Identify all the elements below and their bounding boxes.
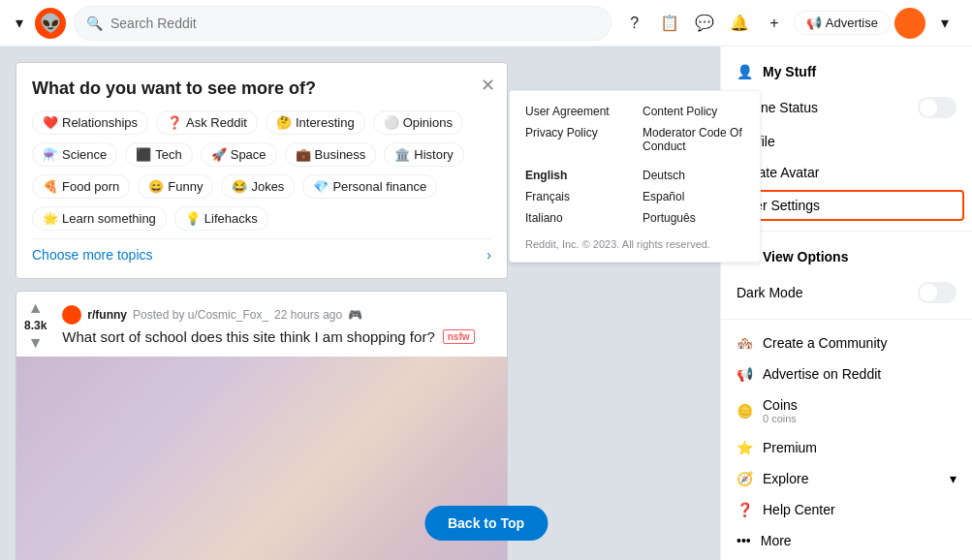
chat-icon-button[interactable]: 💬 — [689, 8, 720, 39]
footer-link-moderator-code[interactable]: Moderator Code Of Conduct — [643, 124, 744, 155]
footer-link-user-agreement[interactable]: User Agreement — [525, 103, 627, 120]
feed-icon-button[interactable]: 📋 — [654, 8, 685, 39]
science-icon: ⚗️ — [43, 147, 58, 162]
collapse-button[interactable]: ▾ — [12, 10, 27, 36]
reddit-icon: 👽 — [35, 8, 66, 39]
help-center-item[interactable]: ❓ Help Center — [721, 494, 972, 525]
nsfw-badge: nsfw — [443, 329, 475, 344]
post-title-area: What sort of school does this site think… — [54, 328, 499, 353]
topic-science[interactable]: ⚗️ Science — [32, 142, 117, 167]
topic-business[interactable]: 💼 Business — [285, 142, 377, 167]
vote-count: 8.3k — [24, 319, 47, 332]
topic-tech[interactable]: ⬛ Tech — [125, 142, 192, 167]
subreddit-name[interactable]: r/funny — [87, 308, 127, 322]
topic-space[interactable]: 🚀 Space — [201, 142, 277, 167]
upvote-button[interactable]: ▲ — [28, 299, 44, 317]
help-icon: ? — [630, 15, 639, 32]
heart-icon: ❤️ — [43, 115, 58, 130]
tech-icon: ⬛ — [136, 147, 151, 162]
notification-icon: 🔔 — [730, 14, 749, 32]
add-icon: + — [769, 15, 778, 32]
topic-relationships[interactable]: ❤️ Relationships — [32, 110, 148, 135]
topic-history[interactable]: 🏛️ History — [384, 142, 463, 167]
topics-grid: ❤️ Relationships ❓ Ask Reddit 🤔 Interest… — [32, 110, 491, 231]
footer-copyright: Reddit, Inc. © 2023. All rights reserved… — [525, 238, 744, 250]
topics-title: What do you want to see more of? — [32, 78, 491, 99]
toggle-knob — [920, 99, 937, 116]
more-icon: ••• — [737, 533, 751, 548]
business-icon: 💼 — [296, 147, 311, 162]
post-title: What sort of school does this site think… — [62, 328, 434, 345]
footer-languages: English Deutsch Français Español Italian… — [525, 167, 744, 227]
topic-jokes[interactable]: 😂 Jokes — [221, 174, 295, 199]
main-content: ✕ What do you want to see more of? ❤️ Re… — [0, 47, 972, 560]
search-bar[interactable]: 🔍 — [74, 6, 611, 41]
premium-icon: ⭐ — [737, 440, 753, 455]
back-to-top-button[interactable]: Back to Top — [424, 506, 548, 541]
post-content: r/funny Posted by u/Cosmic_Fox_ 22 hours… — [54, 297, 499, 353]
advertise-icon: 📢 — [737, 366, 753, 382]
topics-card: ✕ What do you want to see more of? ❤️ Re… — [16, 62, 508, 279]
dark-mode-item[interactable]: Dark Mode — [721, 274, 972, 311]
topic-learn-something[interactable]: 🌟 Learn something — [32, 206, 167, 231]
subreddit-icon — [62, 305, 81, 325]
dark-mode-toggle-knob — [920, 284, 937, 301]
feed-area: ✕ What do you want to see more of? ❤️ Re… — [0, 47, 523, 560]
premium-item[interactable]: ⭐ Premium — [721, 432, 972, 463]
search-input[interactable] — [110, 16, 599, 31]
coins-count: 0 coins — [763, 413, 798, 424]
vote-side: ▲ 8.3k ▼ — [24, 299, 47, 352]
coins-item[interactable]: 🪙 Coins 0 coins — [721, 389, 972, 432]
topic-ask-reddit[interactable]: ❓ Ask Reddit — [156, 110, 258, 135]
help-center-icon: ❓ — [737, 502, 753, 517]
explore-item[interactable]: 🧭 Explore ▾ — [721, 463, 972, 494]
choose-more-topics[interactable]: Choose more topics › — [32, 238, 491, 263]
search-icon: 🔍 — [86, 16, 103, 31]
footer-links: User Agreement Content Policy Privacy Po… — [525, 103, 744, 155]
footer-link-privacy-policy[interactable]: Privacy Policy — [525, 124, 627, 155]
post-time: 22 hours ago — [274, 308, 342, 322]
lang-portugues[interactable]: Português — [643, 209, 744, 227]
topic-opinions[interactable]: ⚪ Opinions — [373, 110, 463, 135]
lang-francais[interactable]: Français — [525, 188, 627, 205]
food-icon: 🍕 — [43, 179, 58, 194]
avatar[interactable] — [894, 8, 925, 39]
space-icon: 🚀 — [211, 147, 227, 162]
circle-icon: ⚪ — [384, 115, 399, 130]
lang-italiano[interactable]: Italiano — [525, 209, 627, 227]
online-status-toggle[interactable] — [918, 97, 956, 118]
help-icon-button[interactable]: ? — [619, 8, 650, 39]
create-community-item[interactable]: 🏘️ Create a Community — [721, 327, 972, 358]
topic-lifehacks[interactable]: 💡 Lifehacks — [174, 206, 268, 231]
user-settings-item[interactable]: User Settings — [729, 190, 964, 221]
lifehacks-icon: 💡 — [185, 211, 201, 226]
topic-personal-finance[interactable]: 💎 Personal finance — [302, 174, 437, 199]
header: ▾ 👽 🔍 ? 📋 💬 🔔 + 📢 Advertise ▾ — [0, 0, 972, 47]
lang-espanol[interactable]: Español — [643, 188, 744, 205]
question-icon: ❓ — [167, 115, 182, 130]
advertise-button[interactable]: 📢 Advertise — [794, 11, 891, 35]
post-header-row: ▲ 8.3k ▼ r/funny Posted by u/Cosmic_Fox_… — [16, 292, 507, 357]
post-meta: r/funny Posted by u/Cosmic_Fox_ 22 hours… — [54, 297, 499, 328]
megaphone-icon: 📢 — [806, 16, 822, 30]
advertise-item[interactable]: 📢 Advertise on Reddit — [721, 358, 972, 389]
lang-deutsch[interactable]: Deutsch — [643, 167, 744, 184]
topic-funny[interactable]: 😄 Funny — [138, 174, 213, 199]
topic-interesting[interactable]: 🤔 Interesting — [266, 110, 365, 135]
close-topics-button[interactable]: ✕ — [481, 75, 495, 96]
notification-icon-button[interactable]: 🔔 — [724, 8, 755, 39]
coins-icon: 🪙 — [737, 403, 753, 419]
thinking-icon: 🤔 — [276, 115, 292, 130]
add-icon-button[interactable]: + — [759, 8, 790, 39]
topic-food-porn[interactable]: 🍕 Food porn — [32, 174, 130, 199]
downvote-button[interactable]: ▼ — [28, 334, 44, 352]
header-icons: ? 📋 💬 🔔 + 📢 Advertise ▾ — [619, 8, 960, 39]
funny-icon: 😄 — [148, 179, 164, 194]
history-icon: 🏛️ — [394, 147, 410, 162]
user-icon: 👤 — [737, 64, 753, 79]
footer-link-content-policy[interactable]: Content Policy — [643, 103, 744, 120]
lang-english[interactable]: English — [525, 167, 627, 184]
dark-mode-toggle[interactable] — [918, 282, 956, 303]
account-dropdown-button[interactable]: ▾ — [929, 8, 960, 39]
more-item[interactable]: ••• More — [721, 525, 972, 556]
